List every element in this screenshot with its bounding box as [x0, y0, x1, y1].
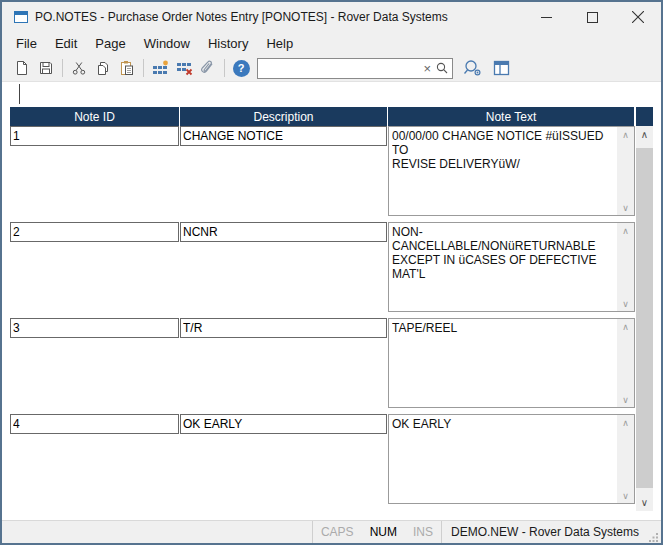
layout-icon: [493, 60, 511, 76]
find-record-icon: [463, 59, 483, 77]
copy-icon: [95, 60, 111, 76]
insert-row-button[interactable]: [148, 57, 172, 79]
attachment-button[interactable]: [196, 57, 220, 79]
scroll-up-icon[interactable]: ∧: [617, 415, 634, 430]
new-document-button[interactable]: [10, 57, 34, 79]
note-text-area[interactable]: NON-CANCELLABLE/NONüRETURNABLE EXCEPT IN…: [388, 222, 635, 312]
attachment-icon: [200, 60, 216, 76]
window-controls: [523, 2, 661, 32]
minimize-icon: [541, 12, 552, 23]
close-button[interactable]: [615, 2, 661, 32]
note-text-value: 00/00/00 CHANGE NOTICE #üISSUED TO REVIS…: [392, 129, 614, 213]
note-text-scrollbar[interactable]: ∧ ∨: [617, 127, 634, 215]
menu-file[interactable]: File: [7, 33, 46, 54]
save-icon: [38, 60, 54, 76]
paste-button[interactable]: [115, 57, 139, 79]
note-text-area[interactable]: 00/00/00 CHANGE NOTICE #üISSUED TO REVIS…: [388, 126, 635, 216]
window-title: PO.NOTES - Purchase Order Notes Entry [P…: [35, 10, 448, 24]
delete-row-icon: [176, 60, 193, 76]
menu-page[interactable]: Page: [86, 33, 134, 54]
scroll-down-icon[interactable]: ∨: [617, 296, 634, 311]
note-text-scrollbar[interactable]: ∧ ∨: [617, 319, 634, 407]
toolbar-separator: [143, 59, 144, 77]
new-document-icon: [14, 60, 30, 76]
help-icon: ?: [233, 60, 250, 77]
menu-help[interactable]: Help: [257, 33, 302, 54]
toolbar: ? ×: [2, 55, 661, 82]
scroll-up-icon[interactable]: ∧: [617, 223, 634, 238]
note-id-field[interactable]: [10, 126, 179, 146]
menu-history[interactable]: History: [199, 33, 257, 54]
cut-button[interactable]: [67, 57, 91, 79]
app-window: PO.NOTES - Purchase Order Notes Entry [P…: [0, 0, 663, 545]
num-lock-indicator: NUM: [362, 525, 405, 539]
note-text-scrollbar[interactable]: ∧ ∨: [617, 415, 634, 503]
maximize-icon: [587, 12, 598, 23]
note-text-value: NON-CANCELLABLE/NONüRETURNABLE EXCEPT IN…: [392, 225, 614, 309]
toolbar-separator: [62, 59, 63, 77]
close-icon: [632, 11, 644, 23]
resize-grip-icon[interactable]: [647, 521, 661, 544]
scroll-up-icon[interactable]: ∧: [617, 127, 634, 142]
search-box: ×: [257, 58, 453, 79]
search-input[interactable]: [258, 60, 419, 77]
scroll-up-icon[interactable]: ∧: [617, 319, 634, 334]
save-button[interactable]: [34, 57, 58, 79]
main-vertical-scrollbar[interactable]: ∧ ∨: [636, 126, 653, 511]
description-field[interactable]: [180, 318, 387, 338]
note-text-area[interactable]: TAPE/REEL ∧ ∨: [388, 318, 635, 408]
scrollbar-thumb[interactable]: [636, 148, 653, 488]
scroll-down-icon[interactable]: ∨: [617, 392, 634, 407]
note-text-value: OK EARLY: [392, 417, 614, 501]
search-icon[interactable]: [435, 61, 452, 75]
status-bar: CAPS NUM INS DEMO.NEW - Rover Data Syste…: [2, 520, 661, 543]
cut-icon: [71, 60, 87, 76]
caps-lock-indicator: CAPS: [313, 525, 362, 539]
text-caret: [19, 84, 20, 104]
copy-button[interactable]: [91, 57, 115, 79]
scroll-down-icon[interactable]: ∨: [617, 488, 634, 503]
maximize-button[interactable]: [569, 2, 615, 32]
note-id-field[interactable]: [10, 318, 179, 338]
menu-bar: File Edit Page Window History Help: [2, 32, 661, 55]
insert-row-icon: [152, 60, 169, 76]
paste-icon: [119, 60, 135, 76]
layout-button[interactable]: [493, 60, 511, 76]
clear-search-icon[interactable]: ×: [419, 62, 435, 75]
scroll-up-icon[interactable]: ∧: [636, 126, 653, 143]
session-label: DEMO.NEW - Rover Data Systems: [442, 525, 647, 539]
delete-row-button[interactable]: [172, 57, 196, 79]
column-header-note-id: Note ID: [10, 107, 179, 126]
column-header-filler: [636, 107, 653, 126]
menu-edit[interactable]: Edit: [46, 33, 86, 54]
find-record-button[interactable]: [463, 59, 483, 77]
scroll-down-icon[interactable]: ∨: [636, 494, 653, 511]
note-text-area[interactable]: OK EARLY ∧ ∨: [388, 414, 635, 504]
description-field[interactable]: [180, 414, 387, 434]
app-icon: [14, 11, 28, 23]
note-id-field[interactable]: [10, 414, 179, 434]
menu-window[interactable]: Window: [135, 33, 199, 54]
minimize-button[interactable]: [523, 2, 569, 32]
note-text-value: TAPE/REEL: [392, 321, 614, 405]
note-id-field[interactable]: [10, 222, 179, 242]
insert-mode-indicator: INS: [405, 525, 441, 539]
scroll-down-icon[interactable]: ∨: [617, 200, 634, 215]
title-bar: PO.NOTES - Purchase Order Notes Entry [P…: [2, 2, 661, 32]
description-field[interactable]: [180, 126, 387, 146]
description-field[interactable]: [180, 222, 387, 242]
column-header-description: Description: [180, 107, 387, 126]
toolbar-separator: [224, 59, 225, 77]
note-text-scrollbar[interactable]: ∧ ∨: [617, 223, 634, 311]
column-header-note-text: Note Text: [388, 107, 634, 126]
help-button[interactable]: ?: [229, 57, 253, 79]
